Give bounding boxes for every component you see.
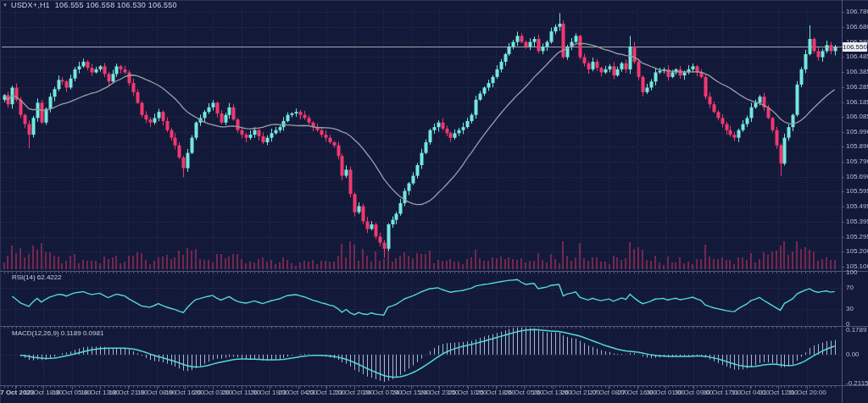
price-axis-label: 105.200 [846,247,868,255]
price-axis-label: 106.285 [846,83,868,91]
price-axis-label: 105.790 [846,157,868,165]
price-axis-label: 105.395 [846,218,868,225]
price-axis[interactable]: 106.780106.680106.580106.485106.385106.2… [843,0,868,403]
chart-canvas[interactable] [0,0,868,403]
symbol-period-label: USDX+,H1 [11,1,50,9]
time-axis-label: 31 Oct 20:00 [787,389,826,396]
price-axis-label: 106.085 [846,113,868,120]
time-axis[interactable]: 17 Oct 202317 Oct 18:0018 Oct 05:0018 Oc… [0,386,842,403]
price-axis-label: 105.990 [846,128,868,135]
macd-axis-label: 0.1789 [846,326,866,334]
price-axis-label: 106.780 [846,8,868,15]
price-axis-label: 106.185 [846,98,868,106]
rsi-indicator-label: RSI(14) 62.4222 [12,273,62,281]
macd-axis-label: -0.2115 [846,379,868,387]
chart-window: ▼ USDX+,H1106.555 106.558 106.530 106.55… [0,0,868,403]
ohlc-values-label: 106.555 106.558 106.530 106.550 [55,1,177,9]
price-axis-label: 105.890 [846,142,868,150]
rsi-axis-label: 70 [846,284,854,291]
rsi-axis-label: 30 [846,305,854,312]
macd-indicator-label: MACD(12,26,9) 0.1189 0.0981 [12,329,103,337]
price-axis-label: 105.495 [846,202,868,210]
price-axis-label: 105.295 [846,233,868,240]
price-axis-label: 106.680 [846,23,868,30]
macd-axis-label: 0.00 [846,351,860,358]
price-axis-label: 105.690 [846,173,868,180]
current-price-tag: 106.550 [843,42,867,52]
chart-title: USDX+,H1106.555 106.558 106.530 106.550 [11,1,177,9]
price-axis-label: 106.385 [846,68,868,75]
collapse-triangle-icon[interactable]: ▼ [3,2,8,8]
rsi-axis-label: 100 [846,268,857,276]
chart-title-row: ▼ USDX+,H1106.555 106.558 106.530 106.55… [3,1,177,9]
price-axis-label: 106.485 [846,52,868,60]
price-axis-label: 105.595 [846,187,868,195]
